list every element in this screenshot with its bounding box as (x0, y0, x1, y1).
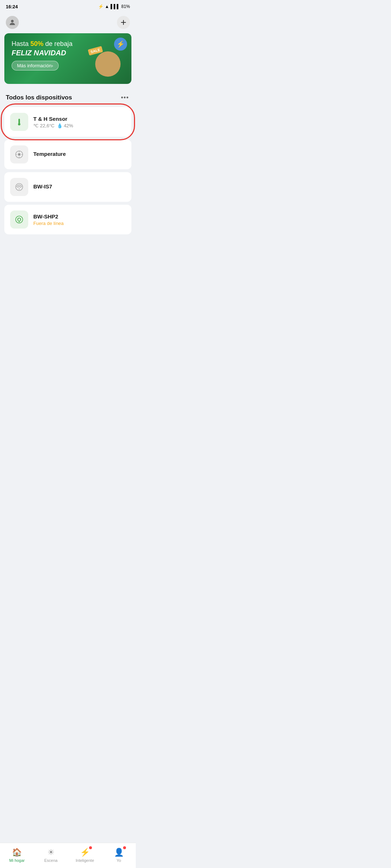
devices-section-header: Todos los dispositivos ••• (0, 90, 136, 107)
svg-rect-1 (18, 119, 20, 123)
humidity-value: 💧 42% (57, 123, 73, 128)
device-card-bwis7[interactable]: BW-IS7 (4, 172, 131, 202)
device-card-th-sensor[interactable]: T & H Sensor ℃ 22,6°C 💧 42% (4, 107, 131, 137)
svg-point-11 (19, 188, 20, 190)
banner-content: Hasta 50% de rebaja FELIZ NAVIDAD Más in… (4, 33, 131, 77)
banner-highlight: 50% (30, 40, 43, 47)
offline-status: Fuera de línea (33, 221, 64, 226)
status-icons: ⚡ ▲ ▌▌▌ 81% (98, 4, 130, 9)
banner-title: FELIZ NAVIDAD (12, 49, 124, 57)
svg-point-5 (18, 154, 20, 155)
more-options-button[interactable]: ••• (120, 93, 130, 103)
device-name-1: T & H Sensor (33, 116, 126, 122)
device-card-wrapper-1: T & H Sensor ℃ 22,6°C 💧 42% (4, 107, 131, 137)
banner-suffix: de rebaja (45, 40, 72, 47)
wifi-icon: ▲ (105, 4, 109, 9)
device-card-wrapper-4: BW-SHP2 Fuera de línea (4, 205, 131, 234)
smart-plug-icon (10, 210, 28, 229)
banner-subtitle: Hasta 50% de rebaja (12, 40, 124, 48)
add-device-button[interactable] (117, 16, 130, 29)
promo-banner[interactable]: Hasta 50% de rebaja FELIZ NAVIDAD Más in… (4, 33, 131, 84)
svg-point-0 (11, 20, 13, 22)
temperature-device-icon (10, 145, 28, 163)
user-avatar[interactable] (6, 16, 19, 29)
banner-cta-button[interactable]: Más información › (12, 61, 59, 71)
section-title: Todos los dispositivos (6, 94, 72, 101)
banner-cta-arrow: › (51, 63, 53, 68)
temperature-value: ℃ 22,6°C (33, 123, 55, 128)
banner-subtitle-text: Hasta (12, 40, 29, 47)
device-card-temperature[interactable]: Temperature (4, 140, 131, 169)
thermometer-icon (10, 113, 28, 131)
battery-icon: 81% (121, 4, 130, 9)
device-info-3: BW-IS7 (33, 183, 126, 191)
wifi-device-icon (10, 178, 28, 196)
device-info-4: BW-SHP2 Fuera de línea (33, 213, 126, 226)
device-info-2: Temperature (33, 151, 126, 158)
main-content: Hasta 50% de rebaja FELIZ NAVIDAD Más in… (0, 33, 136, 266)
app-header (0, 13, 136, 33)
device-status-4: Fuera de línea (33, 221, 126, 226)
svg-point-2 (18, 123, 21, 125)
device-name-4: BW-SHP2 (33, 213, 126, 220)
device-card-wrapper-3: BW-IS7 (4, 172, 131, 202)
status-time: 16:24 (6, 4, 18, 9)
bluetooth-icon: ⚡ (98, 4, 104, 9)
device-card-wrapper-2: Temperature (4, 140, 131, 169)
device-info-1: T & H Sensor ℃ 22,6°C 💧 42% (33, 116, 126, 128)
banner-cta-label: Más información (17, 63, 51, 68)
status-bar: 16:24 ⚡ ▲ ▌▌▌ 81% (0, 0, 136, 13)
device-name-3: BW-IS7 (33, 183, 126, 190)
device-status-1: ℃ 22,6°C 💧 42% (33, 123, 126, 128)
device-card-bwshp2[interactable]: BW-SHP2 Fuera de línea (4, 205, 131, 234)
signal-icon: ▌▌▌ (110, 4, 120, 9)
device-name-2: Temperature (33, 151, 126, 157)
